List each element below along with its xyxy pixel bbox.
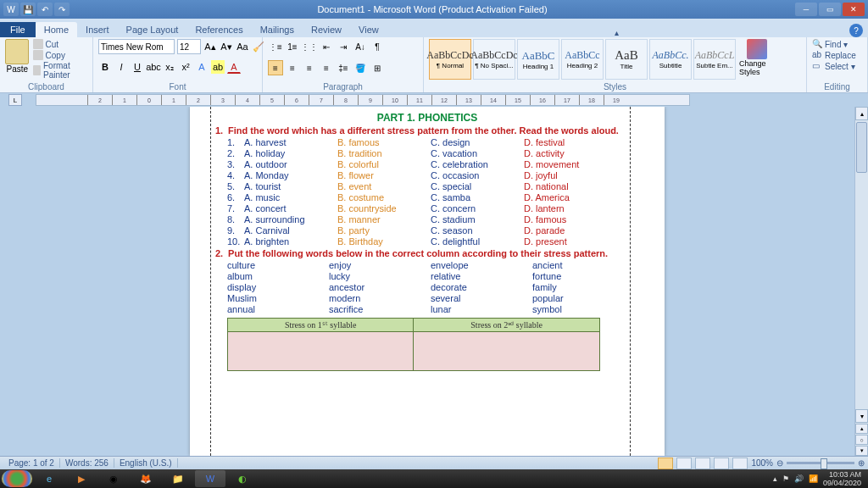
change-styles-button[interactable]: Change Styles [739,39,775,76]
shrink-font-icon[interactable]: A▾ [220,40,233,53]
tray-volume-icon[interactable]: 🔊 [794,474,804,483]
highlight-icon[interactable]: ab [211,60,225,74]
minimize-button[interactable]: ─ [795,3,817,16]
editing-label: Editing [812,82,862,92]
decrease-indent-icon[interactable]: ⇤ [319,39,334,54]
tray-flag-icon[interactable]: ⚑ [782,474,789,483]
horizontal-ruler[interactable]: 21012345678910111213141516171819 [36,94,690,106]
taskbar-firefox[interactable]: 🦊 [131,470,161,487]
align-left-icon[interactable]: ≡ [268,60,283,75]
borders-icon[interactable]: ⊞ [370,60,385,75]
prev-page-icon[interactable]: ▴ [855,424,868,434]
replace-button[interactable]: abReplace [812,50,856,60]
taskbar-explorer[interactable]: 📁 [163,470,193,487]
style-normal[interactable]: AaBbCcDc¶ Normal [429,39,471,80]
scroll-down-icon[interactable]: ▾ [855,409,868,423]
align-right-icon[interactable]: ≡ [302,60,317,75]
change-styles-icon [747,39,767,59]
sort-icon[interactable]: A↓ [353,39,368,54]
grow-font-icon[interactable]: A▴ [203,40,217,53]
outline-view[interactable] [714,458,729,469]
style-heading1[interactable]: AaBbCHeading 1 [517,39,559,80]
tab-page-layout[interactable]: Page Layout [118,22,187,37]
justify-icon[interactable]: ≡ [319,60,334,75]
browse-object-icon[interactable]: ○ [855,435,868,445]
zoom-out-icon[interactable]: ⊖ [776,458,783,468]
start-button[interactable] [2,470,32,487]
font-size-select[interactable] [177,39,201,54]
tray-clock[interactable]: 10:03 AM 09/04/2020 [823,470,861,487]
bullets-icon[interactable]: ⋮≡ [268,39,283,54]
word-count[interactable]: Words: 256 [60,458,114,468]
vertical-scrollbar[interactable]: ▴ ▾ ▴ ○ ▾ [854,107,868,456]
shading-icon[interactable]: 🪣 [353,60,368,75]
save-icon[interactable]: 💾 [20,3,36,16]
tab-view[interactable]: View [350,22,387,37]
bold-button[interactable]: B [98,60,112,74]
style-title[interactable]: AaBTitle [605,39,648,80]
tab-insert[interactable]: Insert [77,22,118,37]
increase-indent-icon[interactable]: ⇥ [336,39,351,54]
multilevel-icon[interactable]: ⋮⋮ [302,39,317,54]
font-color-icon[interactable]: A [227,60,241,74]
undo-icon[interactable]: ↶ [37,3,53,16]
underline-button[interactable]: U [131,60,144,74]
stress-table: Stress on 1ˢᵗ syllableStress on 2ⁿᵈ syll… [227,318,600,371]
taskbar-ie[interactable]: e [34,470,64,487]
zoom-slider[interactable] [787,462,854,464]
next-page-icon[interactable]: ▾ [855,446,868,456]
help-icon[interactable]: ? [849,24,863,37]
numbering-icon[interactable]: 1≡ [285,39,300,54]
ribbon-minimize-icon[interactable]: ▴ [615,28,619,37]
strike-button[interactable]: abc [147,60,160,74]
select-button[interactable]: ▭Select ▾ [812,61,856,71]
file-tab[interactable]: File [0,22,36,37]
format-painter-button[interactable]: Format Painter [33,61,87,80]
tab-home[interactable]: Home [36,22,77,37]
draft-view[interactable] [732,458,748,469]
page-status[interactable]: Page: 1 of 2 [3,458,60,468]
taskbar-app[interactable]: ◐ [227,470,258,487]
style-subtitle[interactable]: AaBbCc.Subtitle [649,39,692,80]
style-no-spacing[interactable]: AaBbCcDc¶ No Spaci... [473,39,515,80]
instruction-2: 2. Put the following words below in the … [215,248,639,258]
cut-button[interactable]: Cut [33,39,87,49]
taskbar-media[interactable]: ▶ [66,470,97,487]
document-area[interactable]: PART 1. PHONETICS 1. Find the word which… [0,107,854,456]
web-layout-view[interactable] [695,458,710,469]
redo-icon[interactable]: ↷ [54,3,70,16]
align-center-icon[interactable]: ≡ [285,60,300,75]
font-name-select[interactable] [98,39,175,54]
zoom-in-icon[interactable]: ⊕ [858,458,865,468]
style-subtle-em[interactable]: AaBbCcLSubtle Em... [693,39,736,80]
show-marks-icon[interactable]: ¶ [370,39,385,54]
subscript-button[interactable]: x₂ [163,60,176,74]
tab-references[interactable]: References [186,22,251,37]
maximize-button[interactable]: ▭ [819,3,841,16]
fullscreen-view[interactable] [676,458,692,469]
print-layout-view[interactable] [658,458,673,469]
text-effects-icon[interactable]: A [195,60,209,74]
language-status[interactable]: English (U.S.) [114,458,178,468]
tab-review[interactable]: Review [303,22,350,37]
zoom-level[interactable]: 100% [751,458,773,468]
superscript-button[interactable]: x² [179,60,192,74]
tab-selector[interactable]: L [8,94,22,106]
find-button[interactable]: 🔍Find ▾ [812,39,856,49]
line-spacing-icon[interactable]: ‡≡ [336,60,351,75]
taskbar-word[interactable]: W [195,470,225,487]
tab-mailings[interactable]: Mailings [252,22,303,37]
styles-gallery[interactable]: AaBbCcDc¶ Normal AaBbCcDc¶ No Spaci... A… [429,39,736,80]
italic-button[interactable]: I [114,60,128,74]
copy-button[interactable]: Copy [33,50,87,60]
paste-button[interactable]: Paste [5,39,30,74]
change-case-icon[interactable]: Aa [236,40,249,53]
scroll-thumb[interactable] [856,122,867,173]
tray-show-hidden-icon[interactable]: ▴ [773,474,777,483]
scroll-up-icon[interactable]: ▴ [855,107,868,120]
style-heading2[interactable]: AaBbCcHeading 2 [561,39,604,80]
close-button[interactable]: ✕ [843,3,865,16]
taskbar-chrome[interactable]: ◉ [98,470,129,487]
group-editing: 🔍Find ▾ abReplace ▭Select ▾ Editing [807,37,868,92]
tray-network-icon[interactable]: 📶 [809,474,818,483]
